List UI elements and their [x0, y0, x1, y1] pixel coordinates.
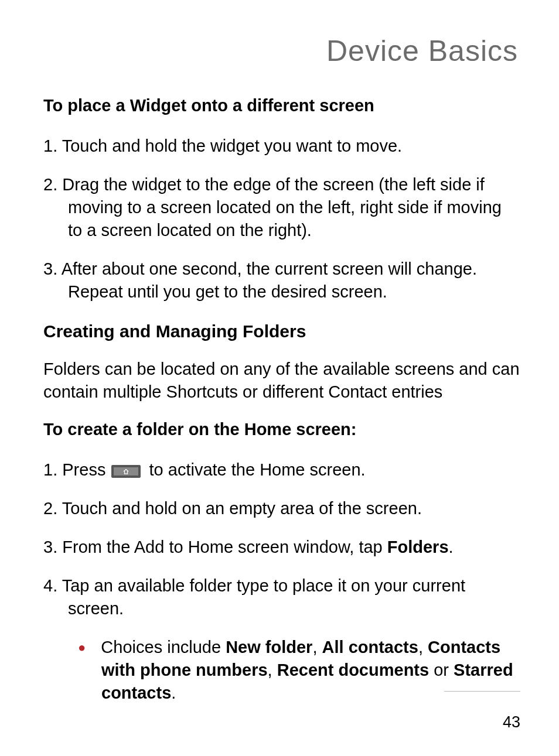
bullet-sep: or — [429, 661, 454, 679]
step-text: Drag the widget to the edge of the scree… — [62, 175, 502, 240]
home-button-icon — [111, 465, 141, 478]
footer-rule — [444, 691, 520, 692]
bullet-sep: , — [312, 638, 322, 656]
step-text: Press — [62, 460, 110, 479]
bullet-text: Choices include — [101, 638, 226, 656]
chapter-title: Device Basics — [43, 34, 520, 68]
bullet-sep: . — [171, 683, 176, 702]
step-item: Drag the widget to the edge of the scree… — [43, 173, 520, 242]
subheading-widget-move: To place a Widget onto a different scree… — [43, 95, 520, 117]
bullet-item: Choices include New folder, All contacts… — [43, 636, 520, 704]
step-item: Touch and hold the widget you want to mo… — [43, 135, 520, 158]
step-item: After about one second, the current scre… — [43, 258, 520, 303]
bullet-bold: All contacts — [322, 638, 418, 656]
step-text: to activate the Home screen. — [149, 460, 366, 479]
step-text: Touch and hold on an empty area of the s… — [62, 499, 422, 518]
folders-intro: Folders can be located on any of the ava… — [43, 358, 520, 403]
step-text: . — [449, 538, 454, 556]
step-item: Press to activate the Home screen. — [43, 459, 520, 481]
step-text: Tap an available folder type to place it… — [62, 576, 465, 618]
step-item: Tap an available folder type to place it… — [43, 574, 520, 620]
step-item: Touch and hold on an empty area of the s… — [43, 497, 520, 520]
subheading-create-folder: To create a folder on the Home screen: — [43, 419, 520, 441]
steps-widget-move: Touch and hold the widget you want to mo… — [43, 135, 520, 304]
steps-create-folder: Press to activate the Home screen. Touch… — [43, 459, 520, 621]
step-text: Touch and hold the widget you want to mo… — [62, 136, 402, 155]
folder-choices-bullet: Choices include New folder, All contacts… — [43, 636, 520, 704]
step-text: From the Add to Home screen window, tap — [62, 538, 387, 556]
bullet-bold: New folder — [226, 638, 312, 656]
bullet-sep: , — [268, 661, 277, 679]
bullet-sep: , — [418, 638, 428, 656]
step-item: From the Add to Home screen window, tap … — [43, 536, 520, 559]
section-heading-folders: Creating and Managing Folders — [43, 320, 520, 343]
step-text: After about one second, the current scre… — [62, 259, 477, 301]
bullet-bold: Recent documents — [277, 661, 429, 679]
step-text-bold: Folders — [387, 538, 449, 556]
page-number: 43 — [503, 713, 520, 731]
